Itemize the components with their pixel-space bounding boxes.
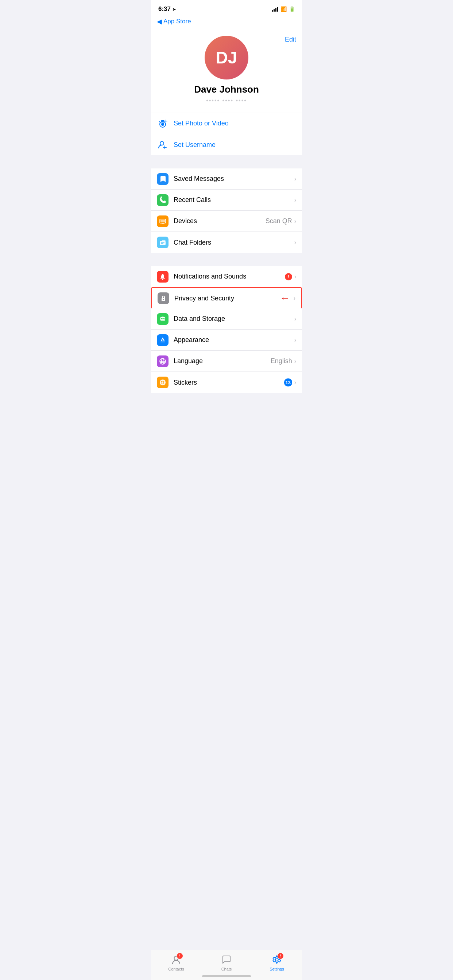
recent-calls-item[interactable]: Recent Calls › <box>151 189 302 211</box>
language-icon <box>157 355 169 367</box>
status-bar: 6:37 ➤ 📶 🔋 <box>151 0 302 16</box>
edit-button[interactable]: Edit <box>285 36 296 43</box>
privacy-label: Privacy and Security <box>174 294 280 302</box>
set-photo-item[interactable]: Set Photo or Video <box>151 113 302 134</box>
language-label: Language <box>174 357 271 365</box>
avatar: DJ <box>205 36 248 80</box>
section-divider-1 <box>151 155 302 169</box>
devices-icon <box>157 215 169 227</box>
status-time: 6:37 <box>158 5 171 13</box>
saved-messages-label: Saved Messages <box>174 175 294 183</box>
language-value: English <box>271 357 292 365</box>
data-storage-item[interactable]: Data and Storage › <box>151 309 302 329</box>
chevron-icon: › <box>294 358 296 364</box>
chevron-icon: › <box>294 239 296 246</box>
data-storage-label: Data and Storage <box>174 315 294 323</box>
profile-name: Dave Johnson <box>194 84 259 95</box>
avatar-initials: DJ <box>216 48 238 67</box>
appearance-item[interactable]: Appearance › <box>151 329 302 351</box>
saved-messages-item[interactable]: Saved Messages › <box>151 169 302 189</box>
svg-point-19 <box>163 299 164 300</box>
camera-plus-icon <box>157 119 169 128</box>
chevron-icon: › <box>293 295 295 302</box>
chat-folders-label: Chat Folders <box>174 239 294 247</box>
svg-rect-15 <box>161 242 164 243</box>
recent-calls-label: Recent Calls <box>174 196 294 204</box>
svg-rect-16 <box>161 243 163 244</box>
svg-rect-12 <box>161 223 164 224</box>
chat-folders-icon <box>157 237 169 248</box>
profile-section: Edit DJ Dave Johnson ••••• •••• •••• <box>151 29 302 113</box>
svg-rect-21 <box>161 342 165 342</box>
privacy-security-item[interactable]: Privacy and Security ← › <box>151 287 302 309</box>
svg-point-28 <box>161 382 162 383</box>
data-storage-icon <box>157 313 169 325</box>
svg-rect-14 <box>160 241 165 245</box>
back-button[interactable]: ◀ App Store <box>157 18 191 25</box>
chevron-icon: › <box>294 316 296 322</box>
privacy-row-container: Privacy and Security ← › <box>151 287 302 309</box>
user-plus-icon <box>157 140 169 150</box>
chevron-icon: › <box>294 337 296 344</box>
svg-point-4 <box>159 121 160 122</box>
chevron-icon: › <box>294 379 296 386</box>
settings-group-1: Saved Messages › Recent Calls › <box>151 169 302 253</box>
back-label: App Store <box>163 18 191 25</box>
section-divider-2 <box>151 253 302 266</box>
back-nav: ◀ App Store <box>151 16 302 29</box>
set-username-label: Set Username <box>174 141 215 149</box>
stickers-icon <box>157 377 169 388</box>
chevron-icon: › <box>294 274 296 280</box>
red-arrow-icon: ← <box>280 293 290 304</box>
svg-point-1 <box>161 123 164 126</box>
devices-label: Devices <box>174 217 266 225</box>
recent-calls-icon <box>157 194 169 206</box>
settings-group-2: Notifications and Sounds ! › Privacy and… <box>151 266 302 393</box>
appearance-label: Appearance <box>174 336 294 344</box>
location-icon: ➤ <box>172 6 176 12</box>
svg-point-20 <box>161 317 165 318</box>
privacy-icon <box>158 293 169 304</box>
stickers-label: Stickers <box>174 379 284 387</box>
set-username-item[interactable]: Set Username <box>151 134 302 155</box>
svg-point-17 <box>162 279 163 280</box>
stickers-badge: 13 <box>284 379 292 387</box>
battery-icon: 🔋 <box>289 6 295 12</box>
devices-item[interactable]: Devices Scan QR › <box>151 211 302 232</box>
back-arrow-icon: ◀ <box>157 18 162 25</box>
signal-bars <box>272 6 278 12</box>
chevron-icon: › <box>294 218 296 224</box>
stickers-item[interactable]: Stickers 13 › <box>151 372 302 393</box>
action-items-section: Set Photo or Video Set Username <box>151 113 302 155</box>
notifications-label: Notifications and Sounds <box>174 273 285 280</box>
language-item[interactable]: Language English › <box>151 351 302 372</box>
chat-folders-item[interactable]: Chat Folders › <box>151 232 302 253</box>
appearance-icon <box>157 334 169 346</box>
devices-value: Scan QR <box>266 217 292 225</box>
svg-point-29 <box>163 382 164 383</box>
saved-messages-icon <box>157 173 169 185</box>
status-icons: 📶 🔋 <box>272 6 295 12</box>
notifications-badge: ! <box>285 273 292 280</box>
profile-phone: ••••• •••• •••• <box>206 97 247 104</box>
wifi-icon: 📶 <box>281 6 287 12</box>
set-photo-label: Set Photo or Video <box>174 119 229 127</box>
notifications-item[interactable]: Notifications and Sounds ! › <box>151 266 302 287</box>
chevron-icon: › <box>294 176 296 182</box>
chevron-icon: › <box>294 197 296 204</box>
svg-point-7 <box>160 142 164 145</box>
notifications-icon <box>157 271 169 283</box>
svg-rect-11 <box>161 220 165 223</box>
